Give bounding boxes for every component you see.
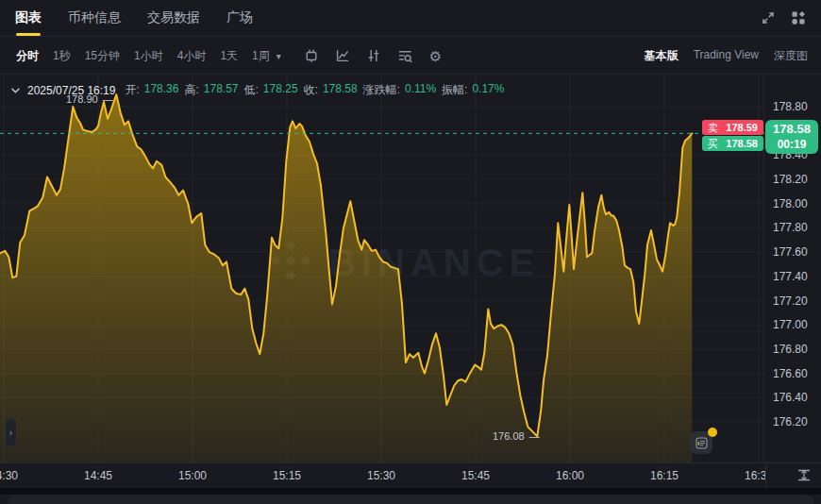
ohlc-label: 涨跌幅: [363, 82, 400, 98]
candlestick-chart-icon[interactable] [304, 48, 319, 63]
interval-1周[interactable]: 1周 [249, 45, 273, 67]
time-tick: 14:45 [84, 469, 112, 482]
yellow-dot-badge [708, 428, 717, 437]
buy-price: 178.58 [726, 138, 758, 149]
ohlc-item: 低:178.25 [244, 82, 298, 98]
interval-selector: 分时1秒15分钟1小时4小时1天1周 [13, 45, 273, 67]
next-card-top-edge [8, 495, 813, 504]
ohlc-value: 0.11% [405, 82, 436, 98]
ohlc-item: 振幅:0.17% [442, 82, 504, 98]
ohlc-values: 开:178.36高:178.57低:178.25收:178.58涨跌幅:0.11… [125, 82, 510, 98]
view-tab-深度图[interactable]: 深度图 [774, 48, 808, 64]
settings-gear-icon[interactable]: ⚙ [429, 49, 442, 63]
chart-view-tabs: 基本版Trading View深度图 [645, 48, 808, 64]
layout-widgets-icon[interactable] [791, 10, 806, 25]
price-tick: 176.20 [773, 415, 808, 428]
tab-广场[interactable]: 广场 [226, 0, 253, 36]
time-tick: 14:30 [0, 469, 18, 482]
view-tab-Trading View[interactable]: Trading View [694, 48, 759, 64]
line-chart-icon[interactable] [335, 48, 350, 63]
top-tab-bar: 图表币种信息交易数据广场 [0, 0, 821, 37]
chevron-right-icon: › [9, 428, 12, 438]
ohlc-value: 178.25 [263, 82, 298, 98]
view-tab-基本版[interactable]: 基本版 [645, 48, 679, 64]
ohlc-label: 收: [304, 82, 318, 98]
interval-分时[interactable]: 分时 [13, 45, 42, 67]
time-tick: 16:15 [650, 469, 679, 482]
candle-datetime: 2025/07/25 16:19 [27, 84, 115, 97]
sell-quote-badge[interactable]: 卖 178.59 [702, 120, 763, 135]
sell-price: 178.59 [726, 122, 758, 133]
ohlc-value: 178.57 [204, 82, 239, 98]
ohlc-item: 收:178.58 [304, 82, 358, 98]
ohlc-item: 高:178.57 [184, 82, 238, 98]
time-tick: 15:30 [367, 469, 395, 482]
interval-1秒[interactable]: 1秒 [50, 45, 74, 67]
indicators-icon[interactable] [366, 48, 381, 63]
ohlc-value: 178.36 [144, 82, 179, 98]
interval-dropdown-caret[interactable]: ▾ [276, 51, 281, 61]
price-area-chart[interactable] [0, 76, 764, 462]
chart-tool-icons: ⚙ [304, 48, 442, 63]
ohlc-legend: 2025/07/25 16:19 开:178.36高:178.57低:178.2… [11, 82, 510, 98]
price-scale-settings-icon[interactable] [796, 468, 813, 482]
ohlc-value: 178.58 [323, 82, 358, 98]
last-price: 178.58 [773, 122, 811, 138]
interval-1天[interactable]: 1天 [217, 45, 241, 67]
ohlc-label: 振幅: [442, 82, 467, 98]
time-tick: 15:15 [273, 469, 301, 482]
price-tick: 177.40 [773, 270, 808, 283]
interval-1小时[interactable]: 1小时 [131, 45, 166, 67]
time-tick: 15:00 [178, 469, 207, 482]
ohlc-item: 涨跌幅:0.11% [363, 82, 436, 98]
time-axis[interactable]: 14:3014:4515:0015:1515:3015:4516:0016:15… [0, 462, 821, 488]
price-tick: 177.80 [773, 221, 808, 234]
price-tick: 176.60 [773, 367, 808, 380]
tab-图表[interactable]: 图表 [15, 0, 42, 36]
price-tick: 178.20 [773, 173, 808, 186]
price-tick: 177.60 [773, 245, 808, 259]
tab-币种信息[interactable]: 币种信息 [68, 0, 121, 36]
axis-divider [765, 463, 766, 488]
chevron-down-icon[interactable] [11, 88, 20, 93]
ohlc-item: 开:178.36 [125, 82, 178, 98]
last-price-pill[interactable]: 178.58 00:19 [765, 120, 818, 154]
ohlc-label: 低: [244, 82, 259, 98]
candle-countdown: 00:19 [778, 138, 807, 153]
price-tick: 177.00 [773, 318, 808, 331]
price-chart-canvas[interactable]: BINANCE 2025/07/25 16:19 开:178.36高:178.5… [0, 76, 764, 462]
page-tabs: 图表币种信息交易数据广场 [15, 0, 253, 36]
price-tick: 178.80 [773, 100, 808, 113]
chart-toolbar: 分时1秒15分钟1小时4小时1天1周 ▾ [0, 38, 821, 75]
interval-4小时[interactable]: 4小时 [175, 45, 209, 67]
sell-label: 卖 [708, 121, 718, 135]
time-tick: 15:45 [461, 469, 490, 482]
fullscreen-icon[interactable] [761, 10, 776, 25]
interval-15分钟[interactable]: 15分钟 [82, 45, 123, 67]
buy-quote-badge[interactable]: 买 178.58 [702, 136, 763, 151]
time-tick-labels: 14:3014:4515:0015:1515:3015:4516:0016:15… [0, 463, 765, 488]
ohlc-value: 0.17% [472, 82, 504, 98]
price-tick: 176.40 [773, 391, 808, 404]
ohlc-label: 开: [125, 82, 139, 98]
ohlc-label: 高: [184, 82, 198, 98]
chart-notes-button[interactable] [690, 431, 712, 454]
indicator-list-search-icon[interactable] [397, 48, 413, 63]
price-tick: 178.00 [773, 197, 808, 210]
price-tick: 177.20 [773, 294, 808, 308]
buy-label: 买 [708, 137, 718, 151]
price-tick: 176.80 [773, 343, 808, 356]
binance-chart-page: 图表币种信息交易数据广场 分时1秒15分钟1小时4小时1天1周 ▾ [0, 0, 821, 504]
tab-交易数据[interactable]: 交易数据 [147, 0, 200, 36]
tabbar-icons [761, 10, 806, 25]
expand-panel-toggle[interactable]: › [5, 418, 17, 447]
time-tick: 16:00 [556, 469, 584, 482]
section-gap [0, 488, 821, 495]
time-tick: 16:30 [745, 469, 765, 482]
